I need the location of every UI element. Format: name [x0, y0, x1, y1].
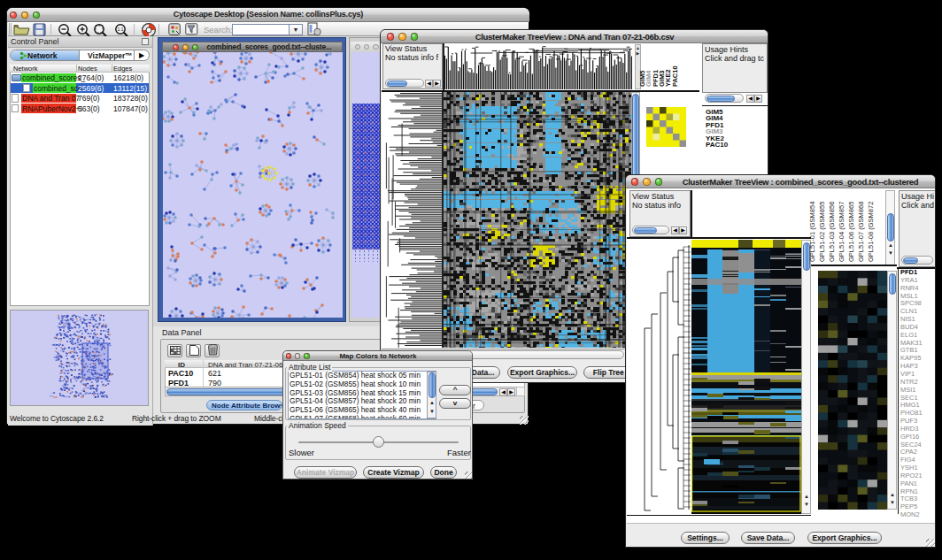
svg-text:1:1: 1:1 [118, 27, 124, 32]
